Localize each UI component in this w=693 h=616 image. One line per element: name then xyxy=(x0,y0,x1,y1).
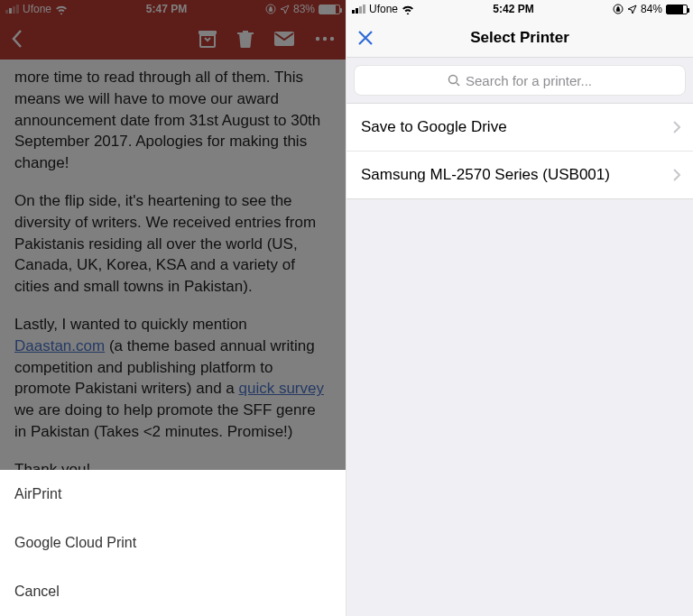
samsung-printer-row[interactable]: Samsung ML-2570 Series (USB001) xyxy=(346,151,693,198)
chevron-right-icon xyxy=(673,121,680,133)
nav-bar: Select Printer xyxy=(346,18,693,58)
cancel-button[interactable]: Cancel xyxy=(0,567,346,616)
close-button[interactable] xyxy=(357,30,374,46)
select-printer-screen: Ufone 5:42 PM 84% Select Printer xyxy=(346,0,693,616)
location-icon xyxy=(627,5,637,14)
orientation-lock-icon xyxy=(613,4,624,14)
carrier-label: Ufone xyxy=(369,3,398,15)
battery-pct: 84% xyxy=(641,3,662,15)
row-label: Save to Google Drive xyxy=(361,118,507,136)
status-bar-right: Ufone 5:42 PM 84% xyxy=(346,0,693,18)
search-icon xyxy=(448,74,460,87)
save-to-drive-row[interactable]: Save to Google Drive xyxy=(346,104,693,151)
printer-list: Save to Google Drive Samsung ML-2570 Ser… xyxy=(346,103,693,199)
chevron-right-icon xyxy=(673,169,680,181)
email-screen-with-sheet: Ufone 5:47 PM 83% xyxy=(0,0,346,616)
search-input[interactable]: Search for a printer... xyxy=(354,65,686,96)
search-container: Search for a printer... xyxy=(346,58,693,103)
google-cloud-print-option[interactable]: Google Cloud Print xyxy=(0,519,346,567)
airprint-option[interactable]: AirPrint xyxy=(0,470,346,519)
page-title: Select Printer xyxy=(470,29,569,47)
print-action-sheet: AirPrint Google Cloud Print Cancel xyxy=(0,470,346,616)
row-label: Samsung ML-2570 Series (USB001) xyxy=(361,166,610,184)
svg-point-7 xyxy=(448,76,457,84)
search-placeholder: Search for a printer... xyxy=(466,73,592,88)
status-time: 5:42 PM xyxy=(493,3,533,15)
signal-icon xyxy=(352,5,365,14)
wifi-icon xyxy=(402,5,414,14)
battery-icon xyxy=(666,5,688,14)
